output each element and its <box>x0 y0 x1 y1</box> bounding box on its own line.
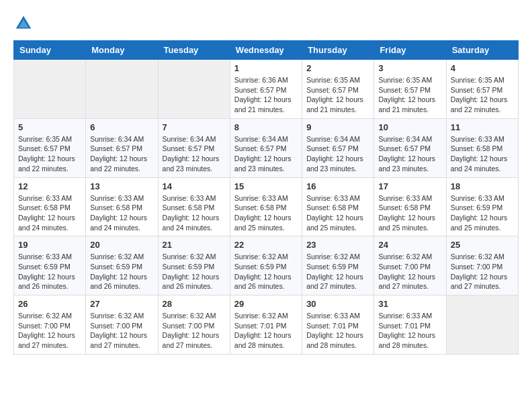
day-number: 14 <box>163 181 226 191</box>
day-info: Sunrise: 6:32 AMSunset: 6:59 PMDaylight:… <box>234 252 298 291</box>
calendar-cell: 26Sunrise: 6:32 AMSunset: 7:00 PMDayligh… <box>14 295 86 355</box>
day-info: Sunrise: 6:32 AMSunset: 7:00 PMDaylight:… <box>90 311 153 351</box>
day-info: Sunrise: 6:32 AMSunset: 7:00 PMDaylight:… <box>378 252 441 291</box>
calendar-cell: 25Sunrise: 6:32 AMSunset: 7:00 PMDayligh… <box>446 236 518 295</box>
calendar-cell <box>158 60 230 119</box>
day-number: 2 <box>306 63 369 73</box>
day-info: Sunrise: 6:33 AMSunset: 6:59 PMDaylight:… <box>18 252 81 291</box>
day-info: Sunrise: 6:35 AMSunset: 6:57 PMDaylight:… <box>451 75 514 115</box>
page-header <box>13 13 519 34</box>
day-number: 22 <box>234 240 298 250</box>
day-number: 23 <box>306 240 369 250</box>
day-info: Sunrise: 6:33 AMSunset: 6:58 PMDaylight:… <box>306 193 369 233</box>
calendar-cell: 11Sunrise: 6:33 AMSunset: 6:58 PMDayligh… <box>446 118 518 177</box>
calendar-cell: 17Sunrise: 6:33 AMSunset: 6:58 PMDayligh… <box>374 177 446 236</box>
day-info: Sunrise: 6:36 AMSunset: 6:57 PMDaylight:… <box>234 75 298 115</box>
logo <box>13 13 36 34</box>
calendar-cell <box>14 60 86 119</box>
calendar-cell: 9Sunrise: 6:34 AMSunset: 6:57 PMDaylight… <box>302 118 374 177</box>
day-info: Sunrise: 6:33 AMSunset: 6:58 PMDaylight:… <box>163 193 226 233</box>
day-info: Sunrise: 6:35 AMSunset: 6:57 PMDaylight:… <box>378 75 441 115</box>
calendar-cell: 12Sunrise: 6:33 AMSunset: 6:58 PMDayligh… <box>14 177 86 236</box>
logo-icon <box>13 13 34 34</box>
day-number: 28 <box>163 299 226 309</box>
day-number: 5 <box>18 122 81 132</box>
calendar-cell: 24Sunrise: 6:32 AMSunset: 7:00 PMDayligh… <box>374 236 446 295</box>
calendar-week-row: 1Sunrise: 6:36 AMSunset: 6:57 PMDaylight… <box>14 60 519 119</box>
day-number: 21 <box>163 240 226 250</box>
day-info: Sunrise: 6:32 AMSunset: 7:00 PMDaylight:… <box>163 311 226 351</box>
calendar-cell <box>86 60 158 119</box>
day-info: Sunrise: 6:33 AMSunset: 6:58 PMDaylight:… <box>378 193 441 233</box>
calendar-header-monday: Monday <box>86 41 158 60</box>
calendar-cell: 29Sunrise: 6:32 AMSunset: 7:01 PMDayligh… <box>230 295 302 355</box>
day-info: Sunrise: 6:32 AMSunset: 6:59 PMDaylight:… <box>90 252 153 291</box>
calendar-cell: 1Sunrise: 6:36 AMSunset: 6:57 PMDaylight… <box>230 60 302 119</box>
day-info: Sunrise: 6:34 AMSunset: 6:57 PMDaylight:… <box>234 134 298 174</box>
calendar-cell: 3Sunrise: 6:35 AMSunset: 6:57 PMDaylight… <box>374 60 446 119</box>
calendar-week-row: 26Sunrise: 6:32 AMSunset: 7:00 PMDayligh… <box>14 295 519 355</box>
day-number: 30 <box>306 299 369 309</box>
calendar-week-row: 12Sunrise: 6:33 AMSunset: 6:58 PMDayligh… <box>14 177 519 236</box>
day-info: Sunrise: 6:33 AMSunset: 6:58 PMDaylight:… <box>451 134 514 174</box>
day-info: Sunrise: 6:35 AMSunset: 6:57 PMDaylight:… <box>18 134 81 174</box>
calendar-header-friday: Friday <box>374 41 446 60</box>
calendar-cell: 10Sunrise: 6:34 AMSunset: 6:57 PMDayligh… <box>374 118 446 177</box>
day-info: Sunrise: 6:34 AMSunset: 6:57 PMDaylight:… <box>306 134 369 174</box>
calendar-cell: 16Sunrise: 6:33 AMSunset: 6:58 PMDayligh… <box>302 177 374 236</box>
calendar-cell: 15Sunrise: 6:33 AMSunset: 6:58 PMDayligh… <box>230 177 302 236</box>
day-number: 24 <box>378 240 441 250</box>
day-info: Sunrise: 6:34 AMSunset: 6:57 PMDaylight:… <box>90 134 153 174</box>
day-info: Sunrise: 6:32 AMSunset: 7:00 PMDaylight:… <box>18 311 81 351</box>
day-number: 25 <box>451 240 514 250</box>
calendar-cell: 4Sunrise: 6:35 AMSunset: 6:57 PMDaylight… <box>446 60 518 119</box>
calendar-cell: 2Sunrise: 6:35 AMSunset: 6:57 PMDaylight… <box>302 60 374 119</box>
calendar-header-row: SundayMondayTuesdayWednesdayThursdayFrid… <box>14 41 519 60</box>
day-number: 4 <box>451 63 514 73</box>
calendar-cell: 13Sunrise: 6:33 AMSunset: 6:58 PMDayligh… <box>86 177 158 236</box>
day-number: 11 <box>451 122 514 132</box>
day-number: 27 <box>90 299 153 309</box>
day-info: Sunrise: 6:33 AMSunset: 6:59 PMDaylight:… <box>451 193 514 233</box>
day-number: 29 <box>234 299 298 309</box>
calendar-cell: 30Sunrise: 6:33 AMSunset: 7:01 PMDayligh… <box>302 295 374 355</box>
day-info: Sunrise: 6:33 AMSunset: 6:58 PMDaylight:… <box>18 193 81 233</box>
calendar-cell: 28Sunrise: 6:32 AMSunset: 7:00 PMDayligh… <box>158 295 230 355</box>
day-info: Sunrise: 6:33 AMSunset: 6:58 PMDaylight:… <box>234 193 298 233</box>
calendar-cell: 18Sunrise: 6:33 AMSunset: 6:59 PMDayligh… <box>446 177 518 236</box>
calendar-cell: 27Sunrise: 6:32 AMSunset: 7:00 PMDayligh… <box>86 295 158 355</box>
calendar-cell: 20Sunrise: 6:32 AMSunset: 6:59 PMDayligh… <box>86 236 158 295</box>
calendar-cell: 19Sunrise: 6:33 AMSunset: 6:59 PMDayligh… <box>14 236 86 295</box>
day-number: 17 <box>378 181 441 191</box>
day-info: Sunrise: 6:32 AMSunset: 6:59 PMDaylight:… <box>306 252 369 291</box>
day-number: 13 <box>90 181 153 191</box>
calendar-cell: 21Sunrise: 6:32 AMSunset: 6:59 PMDayligh… <box>158 236 230 295</box>
calendar-cell: 5Sunrise: 6:35 AMSunset: 6:57 PMDaylight… <box>14 118 86 177</box>
day-info: Sunrise: 6:32 AMSunset: 7:00 PMDaylight:… <box>451 252 514 291</box>
day-info: Sunrise: 6:32 AMSunset: 7:01 PMDaylight:… <box>234 311 298 351</box>
calendar-header-tuesday: Tuesday <box>158 41 230 60</box>
day-info: Sunrise: 6:33 AMSunset: 6:58 PMDaylight:… <box>90 193 153 233</box>
day-info: Sunrise: 6:35 AMSunset: 6:57 PMDaylight:… <box>306 75 369 115</box>
day-number: 19 <box>18 240 81 250</box>
day-number: 3 <box>378 63 441 73</box>
calendar-cell: 8Sunrise: 6:34 AMSunset: 6:57 PMDaylight… <box>230 118 302 177</box>
calendar-header-thursday: Thursday <box>302 41 374 60</box>
calendar-cell: 7Sunrise: 6:34 AMSunset: 6:57 PMDaylight… <box>158 118 230 177</box>
day-number: 26 <box>18 299 81 309</box>
day-number: 7 <box>163 122 226 132</box>
day-info: Sunrise: 6:32 AMSunset: 6:59 PMDaylight:… <box>163 252 226 291</box>
calendar-header-saturday: Saturday <box>446 41 518 60</box>
day-number: 8 <box>234 122 298 132</box>
day-number: 31 <box>378 299 441 309</box>
day-info: Sunrise: 6:33 AMSunset: 7:01 PMDaylight:… <box>306 311 369 351</box>
day-number: 6 <box>90 122 153 132</box>
day-number: 15 <box>234 181 298 191</box>
day-info: Sunrise: 6:33 AMSunset: 7:01 PMDaylight:… <box>378 311 441 351</box>
calendar-cell: 14Sunrise: 6:33 AMSunset: 6:58 PMDayligh… <box>158 177 230 236</box>
day-number: 16 <box>306 181 369 191</box>
calendar-cell: 31Sunrise: 6:33 AMSunset: 7:01 PMDayligh… <box>374 295 446 355</box>
calendar-cell: 23Sunrise: 6:32 AMSunset: 6:59 PMDayligh… <box>302 236 374 295</box>
calendar-cell <box>446 295 518 355</box>
day-number: 10 <box>378 122 441 132</box>
